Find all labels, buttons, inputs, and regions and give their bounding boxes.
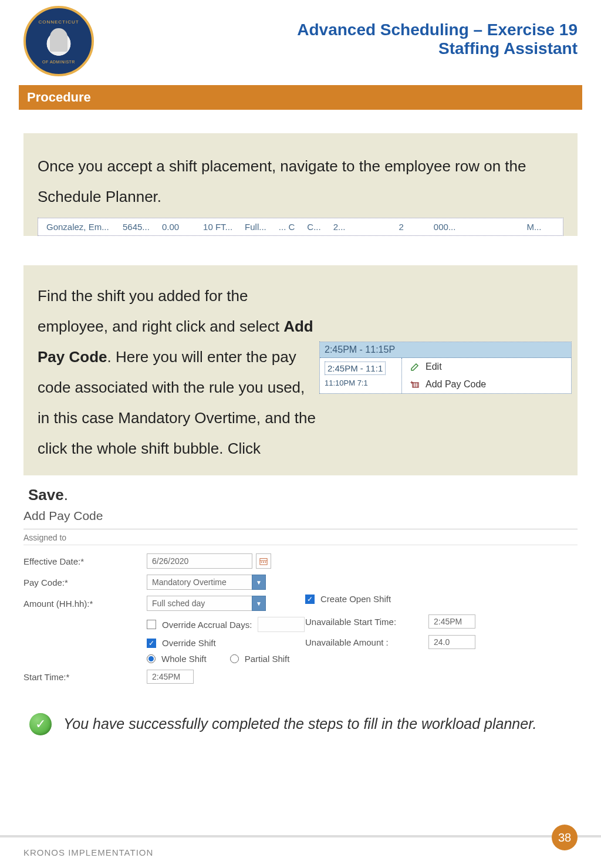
effective-date-label: Effective Date:* [23, 556, 147, 566]
start-time-label: Start Time:* [23, 672, 147, 682]
emp-name: Gonzalez, Em... [40, 222, 117, 232]
override-accrual-input[interactable] [258, 617, 305, 632]
emp-col-4: Full... [239, 222, 273, 232]
ctx-shift-2: 11:10PM 7:1 [325, 379, 368, 387]
step-2-text: Find the shift you added for the employe… [38, 281, 319, 464]
start-time-input[interactable]: 2:45PM [147, 670, 194, 684]
emp-col-10: M... [521, 222, 548, 232]
partial-shift-label: Partial Shift [245, 654, 290, 664]
footer-text: KRONOS IMPLEMENTATION [23, 847, 153, 857]
emp-col-1: 5645... [117, 222, 156, 232]
pencil-icon [410, 362, 420, 371]
ctx-edit-item[interactable]: Edit [402, 358, 571, 376]
effective-date-input[interactable]: 6/26/2020 [147, 553, 252, 569]
emp-col-3: 10 FT... [197, 222, 239, 232]
doc-title: Advanced Scheduling – Exercise 19 Staffi… [297, 21, 578, 58]
employee-row-screenshot: Gonzalez, Em... 5645... 0.00 10 FT... Fu… [38, 218, 563, 236]
emp-col-5: ... C [273, 222, 302, 232]
title-line-2: Staffing Assistant [297, 39, 578, 58]
amount-select[interactable]: Full sched day [147, 596, 252, 611]
ctx-add-paycode-item[interactable]: + Add Pay Code [402, 376, 571, 393]
unavail-start-input[interactable]: 2:45PM [428, 614, 475, 629]
step2-pre: Find the shift you added for the employe… [38, 287, 283, 335]
success-text: You have successfully completed the step… [63, 713, 536, 735]
ctx-shift-1: 2:45PM - 11:1 [325, 362, 386, 375]
emp-col-2: 0.00 [156, 222, 185, 232]
seal-text-bottom: OF ADMINISTR [32, 60, 85, 64]
success-message-row: ✓ You have successfully completed the st… [23, 713, 578, 735]
ctx-header: 2:45PM - 11:15P [320, 342, 571, 358]
step-2-box: Find the shift you added for the employe… [23, 265, 578, 475]
ctx-left-col: 2:45PM - 11:1 11:10PM 7:1 [320, 358, 402, 393]
calendar-icon[interactable] [256, 553, 271, 569]
page-number-badge: 38 [552, 825, 578, 850]
emp-col-7: 2... [327, 222, 352, 232]
svg-rect-8 [263, 562, 264, 563]
amount-dropdown-icon[interactable]: ▼ [252, 596, 266, 611]
partial-shift-radio[interactable] [230, 654, 239, 663]
procedure-heading: Procedure [19, 85, 582, 110]
seal-text-top: CONNECTICUT [32, 19, 85, 25]
state-seal: CONNECTICUT OF ADMINISTR [23, 6, 94, 76]
ctx-add-label: Add Pay Code [426, 379, 486, 390]
paycode-select[interactable]: Mandatory Overtime [147, 575, 252, 590]
paycode-dropdown-icon[interactable]: ▼ [252, 575, 266, 590]
whole-shift-label: Whole Shift [161, 654, 207, 664]
save-line: Save. [28, 486, 578, 504]
override-shift-label: Override Shift [162, 638, 216, 648]
unavail-amount-label: Unavailable Amount : [305, 637, 423, 647]
add-paycode-icon: + [410, 380, 420, 389]
save-word: Save [28, 486, 64, 504]
context-menu-screenshot: 2:45PM - 11:15P 2:45PM - 11:1 11:10PM 7:… [319, 342, 572, 394]
unavail-start-label: Unavailable Start Time: [305, 617, 423, 627]
override-shift-checkbox[interactable]: ✓ [147, 639, 156, 648]
title-line-1: Advanced Scheduling – Exercise 19 [297, 21, 578, 39]
whole-shift-radio[interactable] [147, 654, 156, 663]
emp-col-9: 000... [428, 222, 462, 232]
create-open-shift-label: Create Open Shift [320, 594, 391, 604]
success-check-icon: ✓ [29, 713, 52, 735]
create-open-shift-checkbox[interactable]: ✓ [305, 595, 315, 604]
override-accrual-label: Override Accrual Days: [162, 620, 252, 630]
svg-rect-7 [261, 562, 262, 563]
assigned-to-label: Assigned to [23, 533, 578, 545]
capitol-dome-icon [50, 28, 67, 52]
svg-rect-9 [265, 562, 266, 563]
add-paycode-title: Add Pay Code [23, 509, 578, 523]
amount-label: Amount (HH.hh):* [23, 599, 147, 609]
override-accrual-checkbox[interactable] [147, 620, 156, 629]
paycode-label: Pay Code:* [23, 577, 147, 587]
save-dot: . [64, 486, 68, 504]
add-paycode-form: Assigned to Effective Date:* 6/26/2020 P… [23, 529, 578, 684]
unavail-amount-input[interactable]: 24.0 [428, 635, 475, 649]
page-header: CONNECTICUT OF ADMINISTR Advanced Schedu… [0, 0, 601, 85]
step-1-box: Once you accept a shift placement, navig… [23, 133, 578, 236]
emp-col-6: C... [301, 222, 327, 232]
ctx-edit-label: Edit [426, 362, 442, 372]
footer-divider [0, 835, 601, 837]
step-1-text: Once you accept a shift placement, navig… [38, 157, 526, 205]
emp-col-8: 2 [393, 222, 410, 232]
